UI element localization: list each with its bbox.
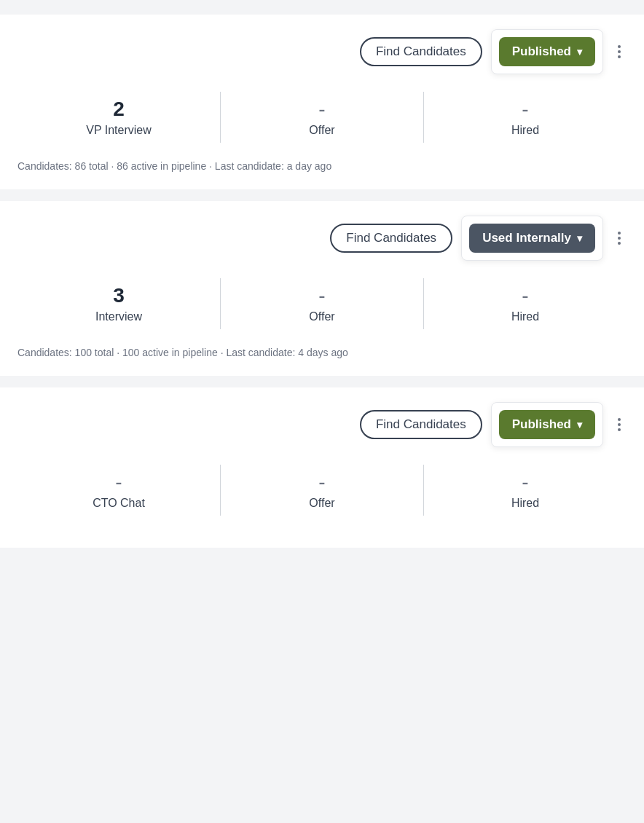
job-card-3: Find Candidates Published ▾ - CTO Chat -… (0, 387, 644, 548)
card-header: Find Candidates Published ▾ (17, 402, 627, 447)
stat-value: - (232, 284, 412, 307)
chevron-down-icon: ▾ (577, 232, 582, 244)
job-card-2: Find Candidates Used Internally ▾ 3 Inte… (0, 201, 644, 376)
dot-icon (618, 50, 621, 53)
card-separator (0, 195, 644, 201)
stat-label: Interview (95, 310, 142, 323)
dot-icon (618, 55, 621, 58)
stat-label: CTO Chat (93, 497, 145, 509)
status-label: Published (512, 417, 571, 432)
stat-label: Hired (511, 310, 539, 323)
card-separator (0, 382, 644, 387)
stat-label: Offer (309, 310, 334, 323)
card-header: Find Candidates Published ▾ (17, 29, 627, 74)
stat-label: Hired (511, 497, 539, 509)
top-spacer (0, 0, 644, 15)
dot-icon (618, 423, 621, 426)
stats-row: 2 VP Interview - Offer - Hired (17, 92, 627, 143)
job-card-1: Find Candidates Published ▾ 2 VP Intervi… (0, 15, 644, 189)
more-options-button[interactable] (612, 229, 627, 248)
dot-icon (618, 45, 621, 48)
stat-item-2: - Hired (424, 278, 627, 329)
stat-label: Offer (309, 497, 334, 509)
status-dropdown-wrapper: Published ▾ (491, 29, 603, 74)
find-candidates-button[interactable]: Find Candidates (330, 224, 452, 253)
stats-row: 3 Interview - Offer - Hired (17, 278, 627, 329)
stat-item-0: 2 VP Interview (17, 92, 221, 143)
stat-label: Hired (511, 124, 539, 136)
find-candidates-button[interactable]: Find Candidates (360, 410, 482, 439)
stat-item-2: - Hired (424, 465, 627, 516)
stat-value: - (436, 284, 615, 307)
status-dropdown-wrapper: Used Internally ▾ (461, 216, 603, 261)
status-dropdown-button[interactable]: Published ▾ (499, 37, 595, 66)
candidates-info: Candidates: 100 total · 100 active in pi… (17, 344, 627, 358)
dot-icon (618, 418, 621, 421)
dot-icon (618, 232, 621, 235)
candidates-info: Candidates: 86 total · 86 active in pipe… (17, 157, 627, 172)
find-candidates-button[interactable]: Find Candidates (360, 37, 482, 66)
stat-item-2: - Hired (424, 92, 627, 143)
dot-icon (618, 242, 621, 245)
stat-item-0: - CTO Chat (17, 465, 221, 516)
more-options-button[interactable] (612, 42, 627, 61)
chevron-down-icon: ▾ (577, 46, 582, 58)
status-dropdown-button[interactable]: Published ▾ (499, 410, 595, 439)
more-options-button[interactable] (612, 415, 627, 434)
stat-label: VP Interview (86, 124, 152, 136)
stat-value: - (29, 470, 208, 494)
stat-value: 3 (29, 284, 208, 307)
stat-value: - (436, 98, 615, 121)
stat-item-1: - Offer (221, 92, 424, 143)
stat-value: - (232, 470, 412, 494)
dot-icon (618, 428, 621, 431)
stat-item-1: - Offer (221, 278, 424, 329)
status-dropdown-button[interactable]: Used Internally ▾ (469, 224, 595, 253)
stat-label: Offer (309, 124, 334, 136)
stats-row: - CTO Chat - Offer - Hired (17, 465, 627, 516)
stat-value: - (436, 470, 615, 494)
status-label: Used Internally (482, 231, 571, 245)
status-label: Published (512, 44, 571, 59)
stat-value: - (232, 98, 412, 121)
chevron-down-icon: ▾ (577, 419, 582, 430)
stat-item-0: 3 Interview (17, 278, 221, 329)
status-dropdown-wrapper: Published ▾ (491, 402, 603, 447)
dot-icon (618, 237, 621, 240)
stat-value: 2 (29, 98, 208, 121)
stat-item-1: - Offer (221, 465, 424, 516)
card-header: Find Candidates Used Internally ▾ (17, 216, 627, 261)
